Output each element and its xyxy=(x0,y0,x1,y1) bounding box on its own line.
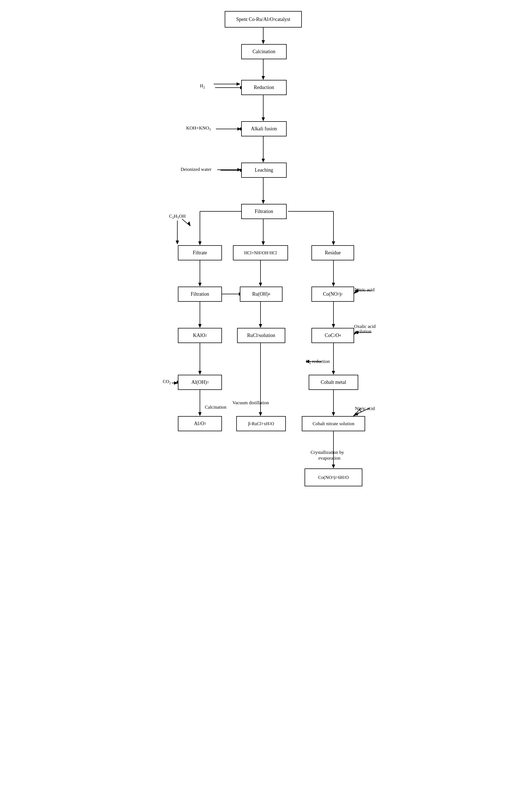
svg-marker-49 xyxy=(259,412,262,416)
svg-marker-22 xyxy=(262,241,265,245)
svg-marker-39 xyxy=(259,324,262,328)
svg-marker-68 xyxy=(176,241,179,244)
hcl-box: HCl+NH2OH·HCl xyxy=(233,245,288,260)
kalio2-box: KAlO2 xyxy=(178,328,222,343)
co-no3-final-box: Co(NO3)2·6H2O xyxy=(305,468,362,486)
svg-marker-60 xyxy=(332,465,335,468)
vacuum-distillation-label: Vacuum distillation xyxy=(232,400,269,406)
evaporation-label: evaporation xyxy=(318,456,340,461)
svg-marker-66 xyxy=(238,168,241,171)
al2o3-box: Al2O3 xyxy=(178,416,222,431)
filtration-main-box: Filtration xyxy=(241,204,287,219)
oxalic-acid-label: Oxalic acid xyxy=(354,324,376,329)
svg-marker-15 xyxy=(262,200,265,204)
svg-marker-74 xyxy=(174,382,178,385)
alkali-fusion-box: Alkali fusion xyxy=(241,121,287,136)
reduction-box: Reduction xyxy=(241,80,287,95)
ruoh4-box: Ru(OH)4 xyxy=(240,286,283,302)
svg-marker-45 xyxy=(198,371,202,375)
koh-arrow xyxy=(184,125,243,134)
svg-marker-25 xyxy=(332,241,335,245)
cono32-box: Co(NO3)2 xyxy=(311,286,354,302)
filtration2-box: Filtration xyxy=(178,286,222,302)
beta-rucl3-box: β-RuCl3·xH2O xyxy=(236,416,286,431)
nitric2-arrow xyxy=(353,405,375,419)
rucl3-sol-box: RuCl3 solution xyxy=(237,328,285,343)
coc2o4-box: CoC2O4 xyxy=(311,328,354,343)
leaching-box: Leaching xyxy=(241,163,287,178)
svg-marker-7 xyxy=(262,117,265,121)
svg-marker-11 xyxy=(262,159,265,163)
h2red-arrow xyxy=(305,357,338,367)
calcination1-box: Calcination xyxy=(241,44,287,59)
svg-marker-41 xyxy=(332,324,335,328)
oxalic-arrow xyxy=(353,329,375,339)
flowchart-diagram: Spent Co-Ru/Al2O3 catalyst Calcination R… xyxy=(162,5,370,667)
calcination2-label: Calcination xyxy=(205,405,226,410)
crystallization-label: Crystallization by xyxy=(310,450,344,455)
nitric1-arrow xyxy=(353,286,375,296)
h2-arrow xyxy=(197,80,244,88)
svg-marker-76 xyxy=(305,360,309,363)
svg-marker-62 xyxy=(236,82,241,86)
svg-marker-33 xyxy=(332,283,335,286)
co2-arrow xyxy=(162,377,184,389)
svg-marker-78 xyxy=(355,412,359,415)
svg-marker-29 xyxy=(259,283,262,286)
c2h5oh-arrow xyxy=(169,219,202,249)
svg-marker-64 xyxy=(238,127,241,131)
svg-marker-53 xyxy=(198,412,202,416)
spent-catalyst-box: Spent Co-Ru/Al2O3 catalyst xyxy=(225,11,302,27)
svg-marker-51 xyxy=(332,371,335,375)
residue-box: Residue xyxy=(311,245,354,260)
cobalt-metal-box: Cobalt metal xyxy=(309,375,358,390)
svg-marker-55 xyxy=(332,412,335,416)
svg-marker-3 xyxy=(262,76,265,80)
svg-marker-70 xyxy=(355,289,358,292)
deionized-arrow xyxy=(178,166,244,174)
svg-marker-72 xyxy=(355,331,358,334)
svg-marker-1 xyxy=(262,40,265,44)
svg-marker-27 xyxy=(198,283,202,286)
aloh3-box: Al(OH)3 xyxy=(178,375,222,390)
svg-marker-37 xyxy=(198,324,202,328)
